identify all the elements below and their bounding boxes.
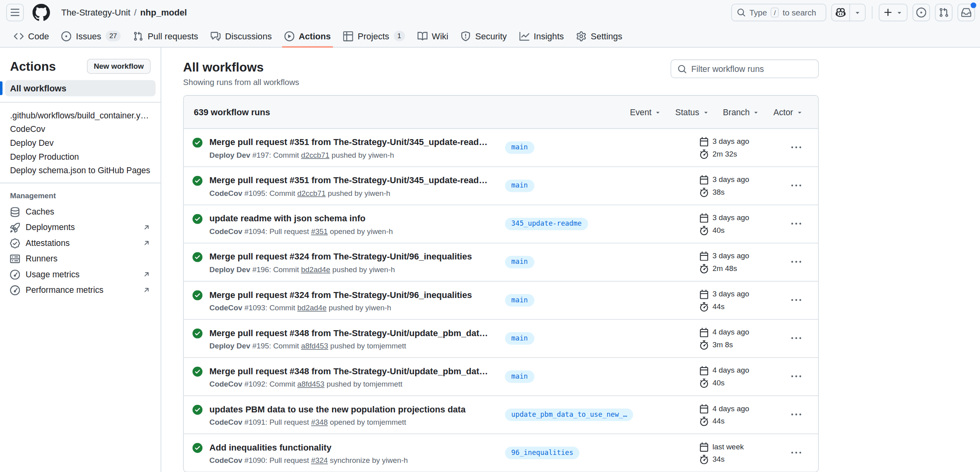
sidebar-workflow-item[interactable]: .github/workflows/build_container.yaml	[5, 108, 156, 122]
sidebar-workflow-item[interactable]: Deploy Dev	[5, 136, 156, 150]
branch-label[interactable]: 96_inequalities	[505, 447, 580, 459]
repo-tab[interactable]: Code	[8, 25, 55, 47]
kebab-menu-icon	[791, 295, 801, 305]
breadcrumb-repo[interactable]: nhp_model	[138, 6, 189, 19]
sidebar-management-item[interactable]: Deployments	[5, 220, 156, 235]
issues-button[interactable]	[913, 4, 930, 21]
inbox-button[interactable]	[957, 4, 975, 21]
run-options-button[interactable]	[789, 331, 804, 346]
repo-tab[interactable]: Settings	[570, 25, 628, 47]
github-logo[interactable]	[33, 4, 50, 21]
management-item-label: Deployments	[26, 223, 75, 232]
run-title-link[interactable]: Merge pull request #351 from The-Strateg…	[209, 174, 489, 186]
workflow-run-row: Merge pull request #324 from The-Strateg…	[184, 243, 818, 281]
sidebar-divider	[0, 102, 161, 103]
chevron-down-icon	[895, 9, 903, 16]
run-title-link[interactable]: Merge pull request #348 from The-Strateg…	[209, 365, 489, 376]
branch-label[interactable]: 345_update-readme	[505, 218, 588, 230]
repo-tab[interactable]: Projects 1	[337, 25, 411, 47]
run-meta-text: pushed by yiwen-h	[330, 265, 395, 274]
management-item-label: Usage metrics	[26, 270, 80, 279]
filter-dropdown[interactable]: Event	[625, 105, 666, 119]
plus-icon	[883, 8, 893, 17]
run-options-button[interactable]	[789, 445, 804, 460]
run-meta-link[interactable]: #324	[311, 456, 328, 464]
run-options-button[interactable]	[789, 178, 804, 193]
run-title-link[interactable]: Add inequalities functionality	[209, 441, 408, 453]
run-meta: CodeCov #1095: Commit d2ccb71 pushed by …	[209, 189, 489, 197]
run-options-button[interactable]	[789, 407, 804, 422]
rocket-icon	[10, 222, 20, 232]
run-title-link[interactable]: Merge pull request #351 from The-Strateg…	[209, 136, 489, 147]
run-title-link[interactable]: Merge pull request #324 from The-Strateg…	[209, 289, 472, 300]
run-options-button[interactable]	[789, 369, 804, 384]
filter-workflow-runs-box	[671, 60, 819, 78]
branch-label[interactable]: main	[505, 141, 534, 154]
sidebar-management-item[interactable]: Runners	[5, 251, 156, 266]
sidebar-management-item[interactable]: Usage metrics	[5, 267, 156, 282]
header-divider	[872, 6, 873, 19]
run-time-cell: 3 days ago 2m 48s	[692, 251, 789, 273]
create-new-button[interactable]	[879, 4, 907, 21]
tab-counter-badge: 27	[106, 31, 121, 41]
run-meta-link[interactable]: d2ccb71	[301, 151, 329, 159]
new-workflow-button[interactable]: New workflow	[87, 59, 151, 74]
sidebar-workflow-item[interactable]: CodeCov	[5, 122, 156, 136]
sidebar-management-item[interactable]: Caches	[5, 204, 156, 219]
pull-requests-button[interactable]	[935, 4, 953, 21]
run-title-link[interactable]: updates PBM data to use the new populati…	[209, 403, 465, 414]
run-title-link[interactable]: Merge pull request #348 from The-Strateg…	[209, 327, 489, 338]
kebab-menu-icon	[791, 181, 801, 191]
repo-tab[interactable]: Pull requests	[127, 25, 204, 47]
sidebar-management-item[interactable]: Performance metrics	[5, 282, 156, 298]
repo-tab[interactable]: Actions	[278, 25, 337, 47]
repo-tab[interactable]: Wiki	[411, 25, 454, 47]
sidebar-workflow-item[interactable]: Deploy Production	[5, 149, 156, 163]
run-meta-link[interactable]: bd2ad4e	[301, 265, 331, 274]
run-options-button[interactable]	[789, 140, 804, 155]
branch-label[interactable]: main	[505, 256, 534, 268]
filter-workflow-runs-input[interactable]	[691, 64, 812, 74]
run-workflow-name: CodeCov	[209, 379, 242, 388]
workflow-list: .github/workflows/build_container.yaml C…	[0, 108, 161, 177]
branch-label[interactable]: main	[505, 370, 534, 383]
run-date: 3 days ago	[712, 251, 749, 260]
run-date: 3 days ago	[712, 137, 749, 146]
actions-sidebar: Actions New workflow All workflows .gith…	[0, 48, 161, 472]
run-title-link[interactable]: update readme with json schema info	[209, 213, 393, 224]
sidebar-workflow-item[interactable]: Deploy schema.json to GitHub Pages	[5, 163, 156, 177]
repo-tab[interactable]: Security	[454, 25, 513, 47]
repo-tab[interactable]: Issues 27	[55, 25, 127, 47]
run-title-link[interactable]: Merge pull request #324 from The-Strateg…	[209, 251, 472, 262]
run-meta-link[interactable]: #348	[311, 418, 328, 426]
run-options-button[interactable]	[789, 293, 804, 308]
workflow-run-row: Merge pull request #348 from The-Strateg…	[184, 319, 818, 357]
repo-tab[interactable]: Discussions	[204, 25, 278, 47]
run-meta-link[interactable]: a8fd453	[301, 341, 328, 350]
run-meta-link[interactable]: a8fd453	[297, 379, 324, 388]
sidebar-item-all-workflows[interactable]: All workflows	[5, 80, 156, 97]
kebab-menu-icon	[791, 219, 801, 229]
branch-label[interactable]: main	[505, 294, 534, 306]
run-duration: 44s	[712, 417, 724, 426]
branch-label[interactable]: update_pbm_data_to_use_new_…	[505, 408, 633, 421]
breadcrumb-org[interactable]: The-Strategy-Unit	[59, 6, 133, 19]
branch-label[interactable]: main	[505, 332, 534, 344]
filter-dropdown[interactable]: Status	[670, 105, 714, 119]
copilot-button[interactable]	[831, 4, 866, 21]
sidebar-management-item[interactable]: Attestations	[5, 235, 156, 251]
chevron-down-icon	[702, 108, 709, 115]
filter-dropdown[interactable]: Actor	[768, 105, 808, 119]
run-meta-link[interactable]: bd2ad4e	[297, 303, 327, 312]
calendar-icon	[699, 251, 709, 261]
branch-label[interactable]: main	[505, 180, 534, 192]
issue-opened-icon	[62, 31, 71, 41]
run-options-button[interactable]	[789, 217, 804, 232]
global-search-input[interactable]: Type / to search	[731, 4, 826, 21]
repo-tab[interactable]: Insights	[513, 25, 570, 47]
run-meta-link[interactable]: d2ccb71	[297, 189, 325, 197]
run-options-button[interactable]	[789, 255, 804, 270]
hamburger-menu-button[interactable]	[6, 4, 24, 21]
filter-dropdown[interactable]: Branch	[718, 105, 765, 119]
run-meta-link[interactable]: #351	[311, 227, 328, 236]
